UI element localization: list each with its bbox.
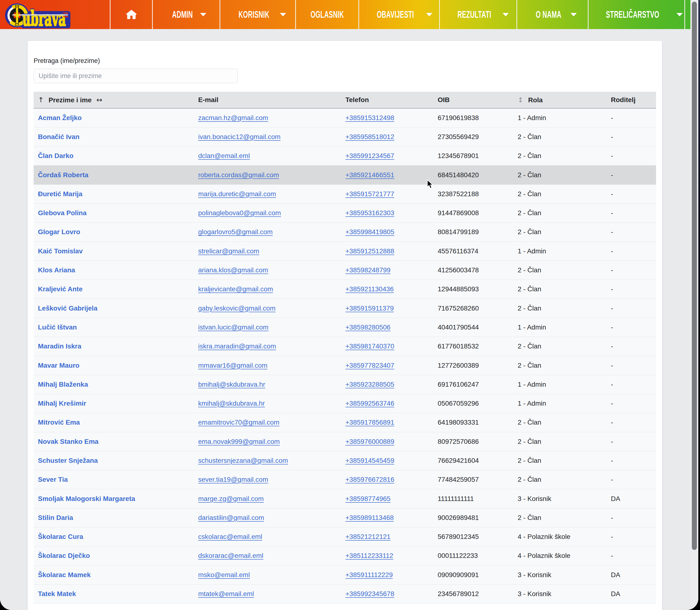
member-name-link[interactable]: Sever Tia [38, 476, 68, 483]
member-email-link[interactable]: sever.tia19@gmail.com [198, 476, 268, 483]
member-phone-link[interactable]: +38521212121 [346, 533, 391, 540]
logo-dubrava[interactable]: ubrava ubrava [0, 0, 110, 29]
scrollbar-track[interactable] [690, 0, 698, 610]
member-phone-link[interactable]: +385923288505 [346, 381, 394, 388]
nav-korisnik[interactable]: KORISNIK [220, 0, 295, 29]
member-name-link[interactable]: Stilin Daria [38, 514, 73, 521]
member-name-link[interactable]: Mavar Mauro [38, 362, 80, 369]
member-phone-link[interactable]: +385915721777 [346, 190, 394, 198]
member-name-link[interactable]: Školarac Dječko [38, 552, 90, 559]
member-name-link[interactable]: Čordaš Roberta [38, 171, 89, 179]
member-phone-link[interactable]: +385992563746 [346, 400, 394, 407]
member-email-link[interactable]: zacman.hz@gmail.com [198, 114, 268, 122]
member-name-link[interactable]: Bonačić Ivan [38, 133, 80, 141]
member-email-link[interactable]: marge.zg@gmail.com [198, 495, 264, 502]
member-email-link[interactable]: schustersnjezana@gmail.com [198, 457, 288, 464]
member-email-link[interactable]: kmihalj@skdubrava.hr [198, 400, 265, 407]
member-name-link[interactable]: Novak Stanko Ema [38, 438, 98, 445]
member-phone-link[interactable]: +385917856891 [346, 419, 394, 426]
member-name-link[interactable]: Đuretić Marija [38, 190, 82, 198]
member-phone-link[interactable]: +38598248799 [346, 266, 391, 274]
member-phone-link[interactable]: +38598280506 [346, 323, 391, 331]
member-phone-link[interactable]: +385112233112 [346, 552, 393, 559]
member-email-link[interactable]: ema.novak999@gmail.com [198, 438, 280, 445]
member-email-link[interactable]: iskra.maradin@gmail.com [198, 342, 276, 350]
member-name-link[interactable]: Schuster Snježana [38, 457, 98, 464]
member-phone-link[interactable]: +385981740370 [346, 342, 394, 350]
member-email-link[interactable]: istvan.lucic@gmail.com [198, 323, 269, 331]
member-email-link[interactable]: ariana.klos@gmail.com [198, 266, 268, 274]
member-name-link[interactable]: Školarac Mamek [38, 571, 91, 579]
header-parent[interactable]: Roditelj [607, 92, 656, 108]
member-phone-link[interactable]: +385976000889 [346, 438, 394, 445]
member-role: 2 - Član [518, 362, 541, 369]
member-email-link[interactable]: mmavar16@gmail.com [198, 362, 267, 369]
nav-rezultati[interactable]: REZULTATI [440, 0, 516, 29]
member-email-link[interactable]: kraljevicante@gmail.com [198, 285, 273, 293]
member-phone-link[interactable]: +385992345678 [346, 590, 394, 597]
member-phone-link[interactable]: +385976672816 [346, 476, 394, 483]
member-name-link[interactable]: Maradin Iskra [38, 342, 81, 350]
member-email-link[interactable]: dskorarac@email.eml [198, 552, 263, 559]
scrollbar-thumb[interactable] [692, 2, 697, 550]
nav-admin[interactable]: ADMIN [153, 0, 220, 29]
member-email-link[interactable]: strelicar@gmail.com [198, 247, 259, 255]
nav-obavijesti[interactable]: OBAVIJESTI [359, 0, 439, 29]
member-name-link[interactable]: Smoljak Malogorski Margareta [38, 495, 135, 502]
member-parent: - [611, 152, 613, 159]
member-email-link[interactable]: polinaglebova0@gmail.com [198, 209, 281, 216]
member-phone-link[interactable]: +385977823407 [346, 362, 394, 369]
member-name-link[interactable]: Tatek Matek [38, 590, 76, 597]
member-email-link[interactable]: bmihalj@skdubrava.hr [198, 381, 265, 388]
nav-o-nama[interactable]: O NAMA [517, 0, 588, 29]
member-phone-link[interactable]: +385921130436 [346, 285, 394, 293]
member-phone-link[interactable]: +385998419805 [346, 228, 394, 236]
member-parent: - [611, 362, 613, 369]
nav-strelicarstvo[interactable]: STRELIČARSTVO [589, 0, 684, 29]
member-email-link[interactable]: emamitrovic70@gmail.com [198, 419, 280, 426]
member-phone-link[interactable]: +385991234567 [346, 152, 394, 159]
member-name-link[interactable]: Lučić Ištvan [38, 323, 77, 331]
member-email-link[interactable]: cskolarac@email.eml [198, 533, 262, 540]
member-email-link[interactable]: dariastilin@gmail.com [198, 514, 264, 521]
member-phone-link[interactable]: +385989113468 [346, 514, 394, 521]
nav-oglasnik[interactable]: OGLASNIK [296, 0, 359, 29]
member-email-link[interactable]: gaby.leskovic@gmail.com [198, 305, 275, 312]
nav-o-nama-label: O NAMA [536, 9, 562, 20]
nav-home[interactable] [111, 0, 152, 29]
member-email-link[interactable]: roberta.cordas@gmail.com [198, 171, 279, 179]
header-phone[interactable]: Telefon [341, 92, 433, 108]
member-phone-link[interactable]: +385915911379 [346, 305, 394, 312]
member-name-link[interactable]: Član Darko [38, 152, 74, 159]
member-name-link[interactable]: Mihalj Blaženka [38, 381, 88, 388]
member-name-link[interactable]: Lešković Gabrijela [38, 305, 97, 312]
member-phone-link[interactable]: +385914545459 [346, 457, 394, 464]
header-name[interactable]: ↑Prezime i ime↔ [34, 92, 194, 108]
member-email-link[interactable]: ivan.bonacic12@gmail.com [198, 133, 281, 141]
member-phone-link[interactable]: +385921466551 [346, 171, 394, 179]
member-name-link[interactable]: Acman Željko [38, 114, 82, 122]
member-name-link[interactable]: Glogar Lovro [38, 228, 80, 236]
header-oib[interactable]: OIB [433, 92, 513, 108]
header-role[interactable]: ↕Rola [513, 92, 607, 108]
member-name-link[interactable]: Kraljević Ante [38, 285, 83, 293]
member-email-link[interactable]: glogarlovro5@gmail.com [198, 228, 273, 236]
member-name-link[interactable]: Mihalj Krešimir [38, 400, 86, 407]
member-email-link[interactable]: mtatek@email.eml [198, 590, 254, 597]
search-input[interactable] [34, 69, 238, 83]
member-email-link[interactable]: marija.duretic@gmail.com [198, 190, 276, 198]
member-name-link[interactable]: Mitrović Ema [38, 419, 80, 426]
member-email-link[interactable]: msko@email.eml [198, 571, 250, 579]
member-phone-link[interactable]: +385953162303 [346, 209, 394, 216]
header-email[interactable]: E-mail [194, 92, 341, 108]
member-phone-link[interactable]: +385958518012 [346, 133, 394, 141]
member-phone-link[interactable]: +385912512888 [346, 247, 394, 255]
member-name-link[interactable]: Klos Ariana [38, 266, 75, 274]
member-name-link[interactable]: Školarac Cura [38, 533, 83, 540]
member-phone-link[interactable]: +38598774965 [346, 495, 391, 502]
member-name-link[interactable]: Glebova Polina [38, 209, 86, 216]
member-name-link[interactable]: Kaić Tomislav [38, 247, 83, 255]
member-phone-link[interactable]: +385915312498 [346, 114, 394, 122]
member-phone-link[interactable]: +385911112229 [346, 571, 393, 579]
member-email-link[interactable]: dclan@email.eml [198, 152, 250, 159]
